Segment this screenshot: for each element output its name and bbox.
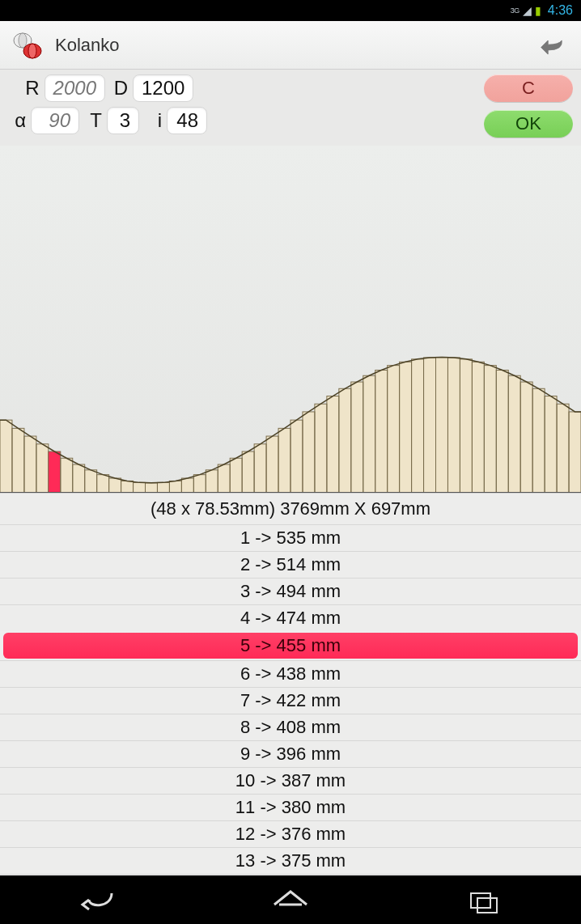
list-item[interactable]: 5 -> 455 mm: [3, 633, 578, 659]
clock: 4:36: [548, 3, 573, 18]
input-D[interactable]: 1200: [133, 74, 193, 102]
android-nav-bar: [0, 875, 581, 924]
list-item[interactable]: 8 -> 408 mm: [0, 714, 581, 740]
list-item[interactable]: 6 -> 438 mm: [0, 660, 581, 687]
list-item[interactable]: 14 -> 376 mm: [0, 874, 581, 875]
label-D: D: [110, 77, 128, 100]
label-T: T: [84, 109, 102, 132]
android-status-bar: 3G ◢ ▮ 4:36: [0, 0, 581, 21]
list-item[interactable]: 13 -> 375 mm: [0, 847, 581, 874]
parameter-fields: R 2000 D 1200 α 90 T 3 i 48: [8, 74, 207, 138]
nav-home-button[interactable]: [266, 884, 315, 916]
pattern-visualization[interactable]: [0, 146, 581, 494]
svg-point-1: [19, 33, 27, 48]
list-item[interactable]: 10 -> 387 mm: [0, 767, 581, 794]
signal-icon: ◢: [523, 4, 532, 17]
label-R: R: [22, 77, 40, 100]
list-item[interactable]: 7 -> 422 mm: [0, 687, 581, 714]
app-icon: [11, 29, 44, 61]
nav-back-button[interactable]: [73, 884, 121, 916]
input-alpha[interactable]: 90: [31, 107, 79, 134]
list-item[interactable]: 3 -> 494 mm: [0, 578, 581, 604]
list-item[interactable]: 4 -> 474 mm: [0, 604, 581, 631]
label-i: i: [144, 109, 162, 132]
content-area: R 2000 D 1200 α 90 T 3 i 48 C OK (48 x 7…: [0, 70, 581, 875]
network-indicator: 3G: [511, 6, 520, 15]
svg-rect-54: [477, 898, 497, 913]
svg-rect-53: [471, 893, 490, 908]
list-item[interactable]: 11 -> 380 mm: [0, 794, 581, 820]
label-alpha: α: [8, 109, 26, 132]
svg-rect-8: [49, 451, 61, 493]
list-item[interactable]: 12 -> 376 mm: [0, 820, 581, 847]
input-i[interactable]: 48: [167, 107, 207, 134]
app-bar: Kolanko: [0, 21, 581, 70]
input-T[interactable]: 3: [107, 107, 139, 134]
battery-icon: ▮: [535, 4, 541, 17]
list-item[interactable]: 1 -> 535 mm: [0, 524, 581, 551]
ok-button[interactable]: OK: [484, 110, 573, 138]
clear-button[interactable]: C: [484, 74, 573, 102]
input-R[interactable]: 2000: [45, 74, 105, 102]
page-title: Kolanko: [55, 35, 537, 56]
svg-point-3: [28, 44, 36, 58]
nav-recent-button[interactable]: [460, 884, 508, 916]
list-item[interactable]: 9 -> 396 mm: [0, 740, 581, 767]
undo-button[interactable]: [537, 29, 570, 61]
parameter-panel: R 2000 D 1200 α 90 T 3 i 48 C OK: [0, 70, 581, 146]
summary-row: (48 x 78.53mm) 3769mm X 697mm: [0, 494, 581, 524]
measurement-list[interactable]: (48 x 78.53mm) 3769mm X 697mm 1 -> 535 m…: [0, 494, 581, 875]
list-item[interactable]: 2 -> 514 mm: [0, 551, 581, 578]
